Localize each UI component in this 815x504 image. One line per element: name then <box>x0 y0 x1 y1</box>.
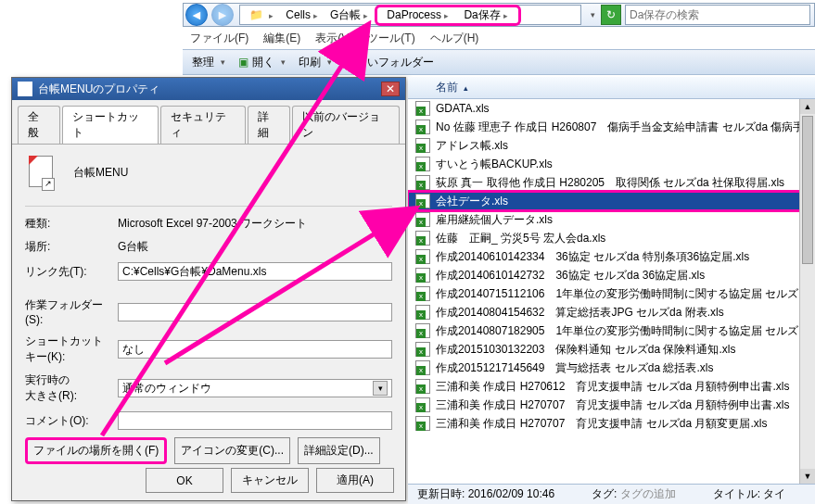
crumb-item[interactable]: G台帳▸ <box>325 7 375 23</box>
file-row[interactable]: 佐藤 正嗣_ 労災5号 宏人会da.xls <box>408 229 815 247</box>
file-name: 佐藤 正嗣_ 労災5号 宏人会da.xls <box>436 231 605 246</box>
link-target-input[interactable] <box>118 262 392 281</box>
excel-file-icon <box>415 342 430 357</box>
tab-general[interactable]: 全般 <box>18 106 60 144</box>
file-row[interactable]: 三浦和美 作成日 H270612 育児支援申請 セルズda 月額特例申出書.xl… <box>408 377 815 396</box>
excel-icon: ▣ <box>238 56 248 69</box>
shortcut-key-input[interactable] <box>118 340 392 359</box>
file-row[interactable]: 雇用継続個人データ.xls <box>408 210 815 229</box>
chevron-down-icon[interactable]: ▾ <box>373 381 388 396</box>
file-name: 三浦和美 作成日 H270612 育児支援申請 セルズda 月額特例申出書.xl… <box>436 379 789 395</box>
excel-file-icon <box>415 397 430 412</box>
menu-edit[interactable]: 編集(E) <box>263 31 300 46</box>
file-row[interactable]: 作成20151030132203 保険料通知 セルズda 保険料通知.xls <box>408 340 815 359</box>
file-name: 雇用継続個人データ.xls <box>436 212 553 228</box>
menu-file[interactable]: ファイル(F) <box>190 31 248 46</box>
dropdown-arrow-icon[interactable]: ▾ <box>585 10 601 19</box>
file-name: 作成20151217145649 賞与総括表 セルズda 総括表.xls <box>436 360 713 376</box>
scrollbar[interactable]: ▲ ▼ <box>799 99 815 484</box>
search-input[interactable] <box>625 5 810 25</box>
file-row[interactable]: 作成20140804154632 算定総括表JPG セルズda 附表.xls <box>408 303 815 321</box>
status-bar: 更新日時: 2016/02/09 10:46 タグ: タグの追加 タイトル: タ… <box>408 484 815 504</box>
dialog-title: 台帳MENUのプロパティ <box>38 82 159 97</box>
workdir-input[interactable] <box>118 303 392 321</box>
excel-file-icon <box>415 231 430 246</box>
status-tags[interactable]: タグの追加 <box>620 487 676 500</box>
status-mtime: 2016/02/09 10:46 <box>468 487 554 500</box>
excel-file-icon <box>415 379 430 394</box>
advanced-button[interactable]: 詳細設定(D)... <box>298 437 380 464</box>
scroll-thumb[interactable] <box>802 116 813 264</box>
run-size-combo[interactable]: 通常のウィンドウ▾ <box>118 379 392 397</box>
file-row[interactable]: 三浦和美 作成日 H270707 育児支援申請 セルズda 月額特例申出書.xl… <box>408 396 815 414</box>
file-list[interactable]: GDATA.xlsNo 佐藤 理恵子 作成日 H260807 傷病手当金支給申請… <box>408 99 815 484</box>
tab-versions[interactable]: 以前のバージョン <box>292 106 400 144</box>
excel-file-icon <box>415 101 430 116</box>
crumb-item[interactable]: 📁 ▸ <box>244 8 280 21</box>
file-name: 作成20140610142334 36協定 セルズda 特別条項36協定届.xl… <box>436 249 749 265</box>
tab-security[interactable]: セキュリティ <box>160 106 247 144</box>
ok-button[interactable]: OK <box>146 468 223 493</box>
menu-tools[interactable]: ツール(T) <box>367 31 414 46</box>
file-name: 会社データ.xls <box>436 194 508 209</box>
file-row[interactable]: 作成20140610142334 36協定 セルズda 特別条項36協定届.xl… <box>408 247 815 266</box>
open-button[interactable]: ▣ 開く <box>238 55 286 70</box>
menu-help[interactable]: ヘルプ(H) <box>430 31 479 46</box>
excel-file-icon <box>415 212 430 227</box>
properties-dialog: ▦ 台帳MENUのプロパティ ✕ 全般 ショートカット セキュリティ 詳細 以前… <box>11 77 406 501</box>
tabs: 全般 ショートカット セキュリティ 詳細 以前のバージョン <box>12 100 405 145</box>
tab-shortcut[interactable]: ショートカット <box>62 106 159 144</box>
excel-file-icon <box>415 360 430 375</box>
change-icon-button[interactable]: アイコンの変更(C)... <box>174 437 290 464</box>
new-folder-button[interactable]: 新しいフォルダー <box>345 55 434 70</box>
tab-details[interactable]: 詳細 <box>248 106 290 144</box>
file-row[interactable]: 作成20140715112106 1年単位の変形労働時間制に関する協定届 セルズ… <box>408 284 815 303</box>
toolbar: 整理 ▣ 開く 印刷 新しいフォルダー <box>183 49 815 75</box>
cancel-button[interactable]: キャンセル <box>231 468 309 493</box>
excel-file-icon <box>415 268 430 283</box>
refresh-button[interactable]: ↻ <box>601 5 621 25</box>
file-name: 三浦和美 作成日 H270707 育児支援申請 セルズda 月額特例申出書.xl… <box>436 397 789 413</box>
file-name: GDATA.xls <box>436 102 490 115</box>
crumb-item[interactable]: Da保存▸ <box>458 8 514 21</box>
print-button[interactable]: 印刷 <box>299 55 332 70</box>
file-row[interactable]: アドレス帳.xls <box>408 136 815 155</box>
comment-input[interactable] <box>118 411 392 430</box>
excel-file-icon <box>415 138 430 153</box>
excel-file-icon <box>415 305 430 320</box>
type-value: Microsoft Excel 97-2003 ワークシート <box>118 216 392 232</box>
menu-view[interactable]: 表示(V) <box>315 31 352 46</box>
open-file-location-button[interactable]: ファイルの場所を開く(F) <box>25 437 167 464</box>
file-name: 荻原 真一 取得他 作成日 H280205 取得関係 セルズda 社保取得届.x… <box>436 175 784 191</box>
shortcut-name: 台帳MENU <box>73 165 128 181</box>
breadcrumb[interactable]: 📁 ▸ Cells▸ G台帳▸ DaProcess▸ Da保存▸ <box>239 5 581 25</box>
file-name: 作成20140807182905 1年単位の変形労働時間制に関する協定届 セルズ… <box>436 323 815 339</box>
file-name: No 佐藤 理恵子 作成日 H260807 傷病手当金支給申請書 セルズda 傷… <box>436 120 815 135</box>
file-row[interactable]: 三浦和美 作成日 H270707 育児支援申請 セルズda 月額変更届.xls <box>408 414 815 433</box>
file-row[interactable]: 荻原 真一 取得他 作成日 H280205 取得関係 セルズda 社保取得届.x… <box>408 173 815 192</box>
excel-file-icon <box>415 286 430 301</box>
close-button[interactable]: ✕ <box>381 82 400 96</box>
crumb-item[interactable]: Cells▸ <box>280 8 325 21</box>
column-header-name[interactable]: 名前 ▴ <box>408 77 815 99</box>
apply-button[interactable]: 適用(A) <box>316 468 394 493</box>
file-row[interactable]: 作成20151217145649 賞与総括表 セルズda 総括表.xls <box>408 359 815 377</box>
file-row[interactable]: No 佐藤 理恵子 作成日 H260807 傷病手当金支給申請書 セルズda 傷… <box>408 118 815 136</box>
file-row[interactable]: GDATA.xls <box>408 99 815 118</box>
menu-bar: ファイル(F) 編集(E) 表示(V) ツール(T) ヘルプ(H) <box>183 28 815 48</box>
file-row[interactable]: すいとう帳BACKUP.xls <box>408 155 815 173</box>
excel-file-icon <box>415 175 430 190</box>
organize-button[interactable]: 整理 <box>192 55 225 70</box>
file-name: 三浦和美 作成日 H270707 育児支援申請 セルズda 月額変更届.xls <box>436 416 767 432</box>
dialog-icon: ▦ <box>18 82 32 96</box>
scroll-up-icon[interactable]: ▲ <box>800 99 815 114</box>
shortcut-icon: ↗ <box>25 154 55 191</box>
nav-fwd-button[interactable]: ► <box>211 4 234 26</box>
file-row[interactable]: 会社データ.xls <box>408 192 815 210</box>
file-row[interactable]: 作成20140610142732 36協定 セルズda 36協定届.xls <box>408 266 815 284</box>
scroll-down-icon[interactable]: ▼ <box>800 469 815 484</box>
file-row[interactable]: 作成20140807182905 1年単位の変形労働時間制に関する協定届 セルズ… <box>408 321 815 340</box>
nav-back-button[interactable]: ◄ <box>185 4 208 26</box>
excel-file-icon <box>415 157 430 171</box>
crumb-item[interactable]: DaProcess▸ <box>381 8 455 21</box>
